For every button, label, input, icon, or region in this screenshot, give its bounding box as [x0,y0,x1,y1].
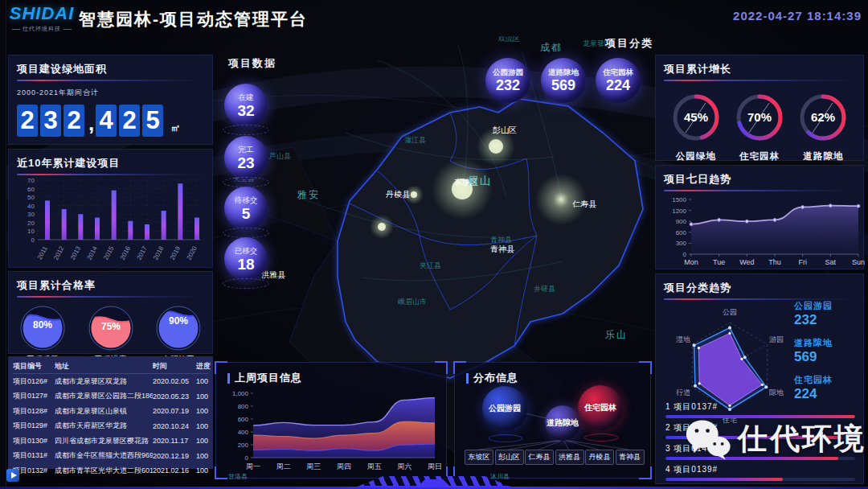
table-cell: 2020.07.19 [153,407,196,415]
growth-gauges: 45%公园绿地70%住宅园林62%道路隙地 [664,86,855,162]
ranking-item[interactable]: 4 项目0139# [665,464,855,481]
panel-title: 项目累计合格率 [17,278,204,293]
liquid-circle: 90% [156,306,201,351]
panel-title: 近10年累计建设项目 [17,156,204,171]
region-chip[interactable]: 洪雅县 [555,450,584,465]
table-row[interactable]: 项目0131#成都市金牛区熊猫大道西段969号2020.12.19100 [13,449,208,464]
table-cell: 100 [196,452,214,460]
table-header-cell: 时间 [153,361,196,372]
panel-distribution: 分布信息 公园游园道路隙地住宅园林 东坡区彭山区仁寿县洪雅县丹棱县青神县 [454,362,651,479]
svg-text:1,000: 1,000 [232,390,249,397]
svg-text:2014: 2014 [85,244,99,261]
project-table[interactable]: 项目编号地址时间进度 项目0126#成都市龙泉驿区双龙路2020.02.0510… [8,356,213,469]
brand-logo-subtext: 仕代环境科技 [8,25,76,33]
table-cell: 四川省成都市龙泉驿区樱花路 [55,436,153,446]
bar-2016 [128,221,133,240]
table-row[interactable]: 项目0126#成都市龙泉驿区双龙路2020.02.05100 [13,374,208,389]
svg-text:30: 30 [27,211,35,218]
table-row[interactable]: 项目0130#四川省成都市龙泉驿区樱花路2020.11.17100 [13,434,208,449]
table-cell: 2020.10.24 [153,422,196,430]
svg-text:2020: 2020 [185,244,199,261]
svg-text:75%: 75% [100,321,120,332]
stat-sphere[interactable]: 已移交18 [220,237,272,289]
counter-char: 2 [119,105,140,137]
stat-sphere[interactable]: 待移交5 [220,187,272,238]
green-area-counter: 232,425㎡ [17,105,204,137]
bar-2017 [145,224,149,240]
region-chip[interactable]: 丹棱县 [585,450,614,465]
svg-text:Wed: Wed [739,258,754,266]
svg-text:50: 50 [27,194,35,201]
table-cell: 100 [196,407,214,415]
liquid-circle: 80% [20,306,65,351]
table-cell: 项目0129# [13,421,55,431]
ranking-bar [665,478,783,481]
table-row[interactable]: 项目0128#成都市龙泉驿区山泉镇2020.07.19100 [13,404,208,419]
gauge-ring: 45% [665,86,727,149]
table-cell: 成都市天府新区华龙路 [55,421,153,431]
svg-text:Sun: Sun [852,258,865,266]
table-cell: 2020.12.19 [153,452,196,460]
ranking-item[interactable]: 1 项目0137# [665,401,855,418]
counter-char: 2 [17,105,38,137]
panel-week-trend: 项目七日趋势 030060090012001500MonTueWedThuFri… [655,165,864,269]
svg-text:1500: 1500 [672,196,686,203]
stat-value: 23 [237,155,254,171]
bar-2020 [194,218,199,240]
table-cell: 2020.05.23 [153,392,196,401]
table-header: 项目编号地址时间进度 [13,360,208,374]
bar-2019 [178,183,182,240]
table-row[interactable]: 项目0129#成都市天府新区华龙路2020.10.24100 [13,419,208,434]
table-body[interactable]: 项目0126#成都市龙泉驿区双龙路2020.02.05100项目0127#成都市… [13,374,208,479]
svg-text:周五: 周五 [367,462,382,471]
radar-legend-item: 公园游园232 [794,300,863,327]
region-chip[interactable]: 彭山区 [495,450,524,465]
page-title: 智慧园林-项目动态管理平台 [79,8,308,31]
panel-title: 项目建设绿地面积 [17,62,204,76]
panel-green-area: 项目建设绿地面积 2000-2021年期间合计 232,425㎡ [8,55,213,145]
table-row[interactable]: 项目0132#成都市青羊区光华大道二段601号2021.02.16100 [13,463,208,479]
liquid-circle: 75% [88,306,133,351]
stat-sphere[interactable]: 完工23 [220,136,272,187]
week-trend-chart[interactable]: 030060090012001500MonTueWedThuFriSatSun [664,193,865,270]
ranking-label: 1 项目0137# [665,401,855,413]
counter-char: , [88,109,94,137]
ranking-track [665,478,855,481]
stat-sphere[interactable]: 在建32 [220,84,272,135]
panel-growth: 项目累计增长 45%公园绿地70%住宅园林62%道路隙地 [655,55,864,161]
counter-char: 5 [142,105,163,137]
panel-last-week: 上周项目信息 02004006008001,000周一周二周三周四周五周六周日 [215,362,447,479]
gauge-ring: 70% [728,86,791,149]
radar-legend: 公园游园232道路隙地569住宅园林224 [794,300,863,411]
bar-2012 [62,209,67,240]
svg-text:20: 20 [27,220,35,227]
region-chip[interactable]: 东坡区 [465,450,493,465]
category-globe[interactable]: 道路隙地569 [541,58,586,103]
dashboard-root: SHIDAI 仕代环境科技 智慧园林-项目动态管理平台 2022-04-27 1… [0,0,868,489]
bubble-shadow-ring [584,434,618,442]
category-globe[interactable]: 住宅园林224 [596,58,641,103]
distribution-bubble[interactable]: 公园游园 [482,386,527,431]
table-cell: 100 [196,392,214,401]
last-week-chart[interactable]: 02004006008001,000周一周二周三周四周五周六周日 [219,387,444,477]
svg-text:2017: 2017 [135,244,149,261]
panel-title: 项目分类趋势 [664,281,855,295]
bar-2011 [45,200,50,240]
map-label-ganluo: 甘洛县 [228,472,248,481]
decade-bar-chart[interactable]: 0102030405060702011201220132014201520162… [17,175,206,265]
table-row[interactable]: 项目0127#成都市龙泉驿区公园路二段186号2020.05.23100 [13,389,208,405]
svg-text:2016: 2016 [119,244,133,261]
svg-text:周二: 周二 [276,462,291,471]
counter-char: 4 [96,105,117,137]
table-cell: 成都市龙泉驿区山泉镇 [55,406,153,417]
distribution-bubble[interactable]: 住宅园林 [578,385,623,430]
region-chip[interactable]: 青神县 [616,450,645,465]
svg-text:60: 60 [27,186,35,193]
counter-char: 3 [40,105,61,137]
svg-text:200: 200 [238,442,249,449]
region-chip[interactable]: 仁寿县 [525,450,554,465]
svg-text:2011: 2011 [36,244,49,261]
growth-gauge: 70%住宅园林 [727,86,791,162]
distribution-bubble[interactable]: 道路隙地 [545,405,580,441]
category-globe[interactable]: 公园游园232 [485,58,530,103]
